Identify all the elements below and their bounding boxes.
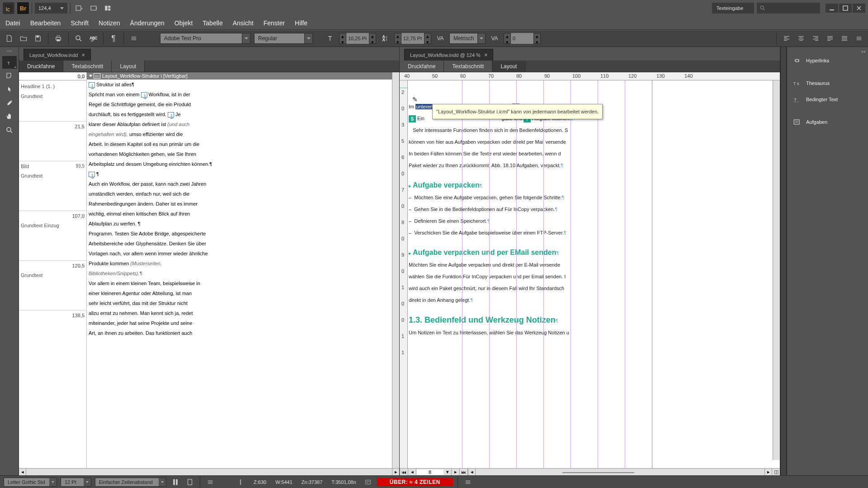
svg-rect-10 bbox=[37, 36, 39, 38]
ruler-vertical: 20356070809010011 bbox=[400, 80, 408, 468]
galley-spacing-select[interactable]: Einfacher Zeilenabstand bbox=[95, 478, 166, 487]
save-icon[interactable] bbox=[33, 33, 43, 44]
zoom-level-select[interactable]: 124,4 bbox=[35, 3, 67, 14]
pilcrow-icon[interactable]: ¶ bbox=[108, 33, 119, 44]
page-icon[interactable] bbox=[184, 477, 195, 488]
first-page-icon[interactable]: ⏮ bbox=[400, 469, 408, 476]
align-left-icon[interactable] bbox=[781, 33, 792, 44]
find-icon[interactable] bbox=[73, 33, 84, 44]
font-family-select[interactable]: Adobe Text Pro bbox=[160, 33, 250, 44]
new-icon[interactable] bbox=[4, 33, 14, 44]
hscroll-1[interactable]: ◂ ▸ bbox=[19, 468, 399, 475]
workspace-select[interactable]: Texteingabe bbox=[712, 3, 754, 14]
svg-point-7 bbox=[760, 6, 764, 9]
close-tab-2-icon[interactable]: × bbox=[484, 52, 488, 58]
menu-tabelle[interactable]: Tabelle bbox=[203, 19, 222, 27]
menu-objekt[interactable]: Objekt bbox=[175, 19, 193, 27]
position-tool[interactable] bbox=[2, 83, 17, 96]
view-textabschnitt-1[interactable]: Textabschnitt bbox=[63, 61, 112, 72]
menu-ansicht[interactable]: Ansicht bbox=[233, 19, 254, 27]
panel-collapse-strip[interactable] bbox=[780, 47, 787, 475]
menu-aenderungen[interactable]: Änderungen bbox=[130, 19, 165, 27]
doc-tab-1[interactable]: Layout_Workflow.indd× bbox=[24, 49, 91, 61]
leading-field[interactable]: ▴▾12,75 Pt▴▾ bbox=[394, 33, 431, 44]
help-search[interactable] bbox=[757, 3, 820, 14]
panel-thesaurus[interactable]: Ts Thesaurus bbox=[787, 75, 868, 91]
svg-rect-6 bbox=[108, 9, 110, 11]
next-page-icon[interactable]: ▸ bbox=[452, 469, 460, 476]
tracking-field[interactable]: ▴▾0▴▾ bbox=[504, 33, 541, 44]
panel-assignments[interactable]: Aufgaben bbox=[787, 114, 868, 130]
view-layout-1[interactable]: Layout bbox=[112, 61, 145, 72]
menu-datei[interactable]: Datei bbox=[5, 19, 20, 27]
copyfit-icon[interactable] bbox=[363, 477, 373, 488]
align-right-icon[interactable] bbox=[810, 33, 821, 44]
incopy-app-icon: Ic bbox=[3, 2, 14, 14]
column-icon[interactable] bbox=[170, 477, 181, 488]
align-justify-icon[interactable] bbox=[825, 33, 835, 44]
flyout-icon[interactable] bbox=[128, 33, 139, 44]
close-button[interactable] bbox=[853, 4, 865, 13]
story-text[interactable]: Struktur ist alles¶Spricht man von einem… bbox=[87, 80, 392, 338]
assignment-tooltip: "Layout_Workflow-Struktur i.icml" kann v… bbox=[432, 104, 603, 119]
view-druckfahne-2[interactable]: Druckfahne bbox=[400, 61, 444, 72]
arrange-docs-icon[interactable] bbox=[102, 2, 114, 14]
svg-rect-26 bbox=[188, 479, 192, 485]
ruler-horizontal: 405060708090100110120130140 bbox=[400, 72, 780, 80]
status-w: W:5441 bbox=[273, 479, 295, 485]
svg-rect-5 bbox=[108, 6, 110, 8]
zoom-tool[interactable] bbox=[2, 124, 17, 136]
vscroll-1[interactable] bbox=[392, 72, 399, 468]
doc-tab-2[interactable]: Layout_Workflow.indd @ 124 %× bbox=[404, 49, 493, 61]
menu-fenster[interactable]: Fenster bbox=[264, 19, 285, 27]
align-justify-all-icon[interactable] bbox=[839, 33, 850, 44]
svg-rect-27 bbox=[366, 480, 371, 484]
font-style-select[interactable]: Regular bbox=[254, 33, 313, 44]
checkout-icon[interactable]: ✎ bbox=[412, 94, 418, 105]
type-tool[interactable]: T bbox=[2, 56, 17, 69]
split-view-icon[interactable]: ◫ bbox=[772, 469, 780, 475]
flyout-2-icon[interactable] bbox=[854, 33, 864, 44]
prev-page-icon[interactable]: ◂ bbox=[408, 469, 416, 476]
open-icon[interactable] bbox=[18, 33, 29, 44]
font-size-field[interactable]: ▴▾10,25 Pt▴▾ bbox=[339, 33, 376, 44]
spellcheck-icon[interactable]: ABC bbox=[88, 33, 99, 44]
menu-schrift[interactable]: Schrift bbox=[71, 19, 89, 27]
minimize-button[interactable] bbox=[826, 4, 838, 13]
hscroll-2[interactable]: ⏮ ◂ 8 ▾ ▸ ⏭ ◂ ▸ ◫ bbox=[400, 468, 780, 475]
main-menu: Datei Bearbeiten Schrift Notizen Änderun… bbox=[0, 16, 868, 30]
view-options-icon[interactable] bbox=[73, 2, 85, 14]
vscroll-2[interactable] bbox=[773, 80, 780, 460]
screen-mode-icon[interactable] bbox=[88, 2, 99, 14]
note-tool[interactable] bbox=[2, 70, 17, 82]
bridge-icon[interactable]: Br bbox=[17, 2, 29, 14]
stats-flyout-icon[interactable] bbox=[205, 477, 216, 488]
kerning-icon: VA bbox=[435, 33, 446, 44]
maximize-button[interactable] bbox=[839, 4, 852, 13]
align-center-icon[interactable] bbox=[796, 33, 807, 44]
menu-hilfe[interactable]: Hilfe bbox=[295, 19, 307, 27]
view-druckfahne-1[interactable]: Druckfahne bbox=[19, 61, 63, 72]
view-textabschnitt-2[interactable]: Textabschnitt bbox=[444, 61, 492, 72]
bottom-flyout-icon[interactable] bbox=[462, 477, 473, 488]
hand-tool[interactable] bbox=[2, 110, 17, 123]
kerning-select[interactable]: Metrisch bbox=[449, 33, 486, 44]
page-navigator[interactable]: ⏮ ◂ 8 ▾ ▸ ⏭ bbox=[400, 468, 468, 476]
last-page-icon[interactable]: ⏭ bbox=[460, 469, 468, 476]
galley-font-select[interactable]: Letter Gothic Std bbox=[4, 478, 57, 487]
panel-conditional-text[interactable]: T Bedingter Text bbox=[787, 91, 868, 108]
leading-icon: AA bbox=[380, 33, 391, 44]
print-icon[interactable] bbox=[53, 33, 64, 44]
svg-text:T: T bbox=[793, 81, 796, 86]
menu-notizen[interactable]: Notizen bbox=[99, 19, 120, 27]
close-tab-icon[interactable]: × bbox=[81, 52, 85, 58]
galley-size-select[interactable]: 12 Pt bbox=[61, 478, 91, 487]
menu-bearbeiten[interactable]: Bearbeiten bbox=[30, 19, 61, 27]
view-layout-2[interactable]: Layout bbox=[492, 61, 525, 72]
eyedropper-tool[interactable] bbox=[2, 97, 17, 109]
story-banner[interactable]: ▭Layout_Workflow-Struktur i [Verfügbar] bbox=[87, 72, 392, 80]
panel-hyperlinks[interactable]: Hyperlinks bbox=[787, 52, 868, 69]
layout-text[interactable]: ✎ Im unteren Bereich finden Sie die Symb… bbox=[408, 80, 773, 468]
svg-text:T: T bbox=[794, 98, 797, 102]
depth-ruler-icon[interactable] bbox=[236, 477, 247, 488]
